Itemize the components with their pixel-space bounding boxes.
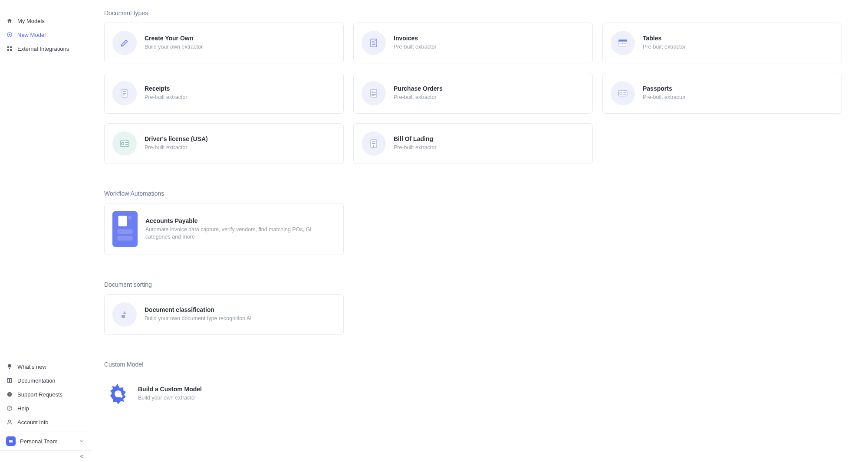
- bell-icon: [6, 363, 13, 370]
- card-subtitle: Build your own extractor: [145, 43, 203, 51]
- help-icon: ?: [6, 391, 13, 398]
- card-passports[interactable]: Passports Pre-built extractor: [602, 73, 842, 114]
- card-title: Invoices: [394, 35, 437, 42]
- team-selector[interactable]: Personal Team: [0, 432, 91, 451]
- card-create-your-own[interactable]: Create Your Own Build your own extractor: [104, 23, 344, 63]
- sidebar-item-external-integrations[interactable]: External Integrations: [0, 42, 91, 56]
- card-tables[interactable]: Tables Pre-built extractor: [602, 23, 842, 63]
- card-title: Accounts Payable: [145, 217, 335, 224]
- grid-icon: [6, 45, 13, 52]
- home-icon: [6, 17, 13, 24]
- svg-point-11: [9, 420, 11, 422]
- pencil-icon: [112, 31, 137, 55]
- sidebar: My Models New Model External Integration…: [0, 0, 91, 462]
- svg-rect-7: [10, 49, 12, 51]
- user-icon: [6, 419, 13, 426]
- section-title: Custom Model: [104, 361, 842, 368]
- card-subtitle: Pre-built extractor: [394, 43, 437, 51]
- svg-rect-27: [122, 315, 125, 318]
- card-title: Purchase Orders: [394, 85, 443, 92]
- card-bill-of-lading[interactable]: Bill Of Lading Pre-built extractor: [353, 123, 593, 164]
- gear-icon: [106, 382, 130, 406]
- collapse-sidebar-button[interactable]: [0, 451, 91, 462]
- card-purchase-orders[interactable]: Purchase Orders Pre-built extractor: [353, 73, 593, 114]
- card-title: Create Your Own: [145, 35, 203, 42]
- svg-rect-26: [117, 236, 132, 241]
- passport-icon: [611, 81, 635, 105]
- svg-rect-4: [7, 46, 9, 48]
- sidebar-item-label: Help: [17, 405, 29, 412]
- book-icon: [6, 377, 13, 384]
- card-invoices[interactable]: Invoices Pre-built extractor: [353, 23, 593, 63]
- section-document-types: Document types Create Your Own Build you…: [104, 10, 842, 164]
- team-label: Personal Team: [20, 438, 57, 445]
- section-document-sorting: Document sorting Document classification…: [104, 281, 842, 335]
- card-subtitle: Pre-built extractor: [394, 144, 437, 152]
- sidebar-nav: My Models New Model External Integration…: [0, 3, 91, 360]
- card-receipts[interactable]: Receipts Pre-built extractor: [104, 73, 344, 114]
- sidebar-item-label: Account info: [17, 419, 49, 426]
- sidebar-item-documentation[interactable]: Documentation: [0, 374, 91, 387]
- card-build-custom-model[interactable]: Build a Custom Model Build your own extr…: [104, 374, 344, 414]
- sidebar-item-label: External Integrations: [17, 46, 69, 52]
- receipt-icon: [112, 81, 137, 105]
- sidebar-item-label: My Models: [17, 18, 45, 24]
- sidebar-item-label: What's new: [17, 364, 46, 370]
- main-content: Document types Create Your Own Build you…: [91, 0, 868, 462]
- section-title: Document types: [104, 10, 842, 16]
- plus-circle-icon: [6, 31, 13, 38]
- question-icon: [6, 405, 13, 412]
- svg-rect-23: [118, 216, 127, 226]
- section-title: Document sorting: [104, 281, 842, 288]
- license-icon: [112, 131, 137, 156]
- sidebar-item-label: Support Requests: [17, 391, 62, 398]
- ap-icon: [112, 211, 138, 247]
- invoice-icon: [362, 31, 386, 55]
- card-title: Passports: [643, 85, 686, 92]
- card-subtitle: Pre-built extractor: [145, 144, 208, 152]
- sidebar-item-label: New Model: [17, 32, 46, 38]
- sidebar-item-new-model[interactable]: New Model: [0, 28, 91, 42]
- sidebar-item-support-requests[interactable]: ? Support Requests: [0, 387, 91, 401]
- classify-icon: [112, 302, 137, 327]
- card-subtitle: Pre-built extractor: [394, 94, 443, 102]
- sidebar-item-label: Documentation: [17, 377, 55, 384]
- brand-icon: [5, 0, 13, 0]
- card-subtitle: Automate invoice data capture, verify ve…: [145, 226, 335, 241]
- sidebar-item-account-info[interactable]: Account info: [0, 415, 91, 429]
- section-workflow-automations: Workflow Automations Accounts Payable Au…: [104, 190, 842, 255]
- section-custom-model: Custom Model Build a Custom Model Build …: [104, 361, 842, 414]
- svg-text:?: ?: [9, 393, 10, 396]
- card-subtitle: Pre-built extractor: [145, 94, 187, 102]
- lading-icon: [362, 131, 386, 156]
- card-accounts-payable[interactable]: Accounts Payable Automate invoice data c…: [104, 203, 344, 255]
- chevron-down-icon: [79, 438, 85, 444]
- card-subtitle: Pre-built extractor: [643, 43, 686, 51]
- card-title: Document classification: [145, 306, 252, 313]
- svg-rect-12: [9, 440, 13, 442]
- section-title: Workflow Automations: [104, 190, 842, 197]
- card-subtitle: Pre-built extractor: [643, 94, 686, 102]
- card-title: Build a Custom Model: [138, 386, 202, 393]
- sidebar-item-my-models[interactable]: My Models: [0, 14, 91, 28]
- sidebar-item-whats-new[interactable]: What's new: [0, 360, 91, 374]
- sidebar-bottom-nav: What's new Documentation ? Support Reque…: [0, 360, 91, 432]
- svg-rect-15: [618, 39, 627, 41]
- svg-rect-6: [7, 49, 9, 51]
- card-drivers-license[interactable]: Driver's license (USA) Pre-built extract…: [104, 123, 344, 164]
- sidebar-item-help[interactable]: Help: [0, 401, 91, 415]
- svg-rect-5: [10, 46, 12, 48]
- svg-point-24: [128, 216, 132, 220]
- card-title: Driver's license (USA): [145, 135, 208, 142]
- card-title: Tables: [643, 35, 686, 42]
- card-title: Receipts: [145, 85, 187, 92]
- card-title: Bill Of Lading: [394, 135, 437, 142]
- team-badge-icon: [6, 436, 16, 446]
- card-subtitle: Build your own document type recognition…: [145, 315, 252, 323]
- po-icon: [362, 81, 386, 105]
- card-document-classification[interactable]: Document classification Build your own d…: [104, 294, 344, 335]
- card-subtitle: Build your own extractor: [138, 394, 202, 402]
- svg-rect-25: [117, 229, 132, 234]
- table-icon: [611, 31, 635, 55]
